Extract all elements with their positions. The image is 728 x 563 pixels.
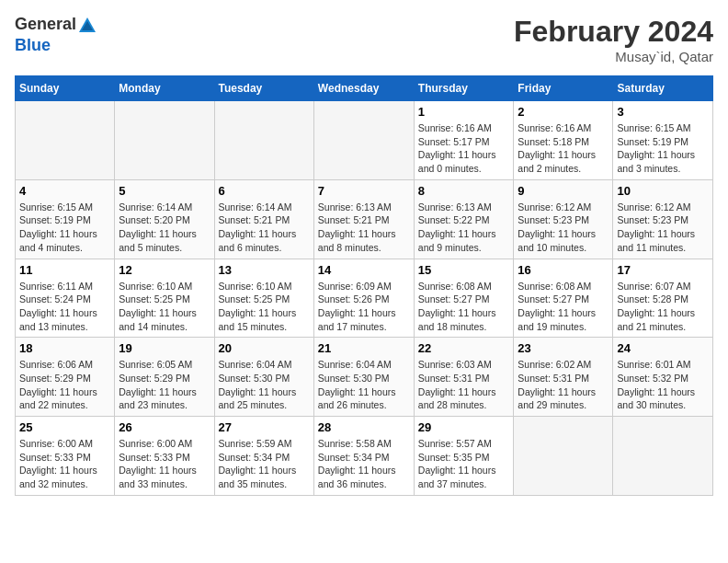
calendar-cell: 13Sunrise: 6:10 AMSunset: 5:25 PMDayligh… [214, 259, 313, 338]
day-info: Sunrise: 6:12 AMSunset: 5:23 PMDaylight:… [617, 201, 709, 255]
day-info: Sunrise: 6:12 AMSunset: 5:23 PMDaylight:… [518, 201, 609, 255]
day-info: Sunrise: 6:03 AMSunset: 5:31 PMDaylight:… [418, 358, 510, 412]
calendar-cell: 23Sunrise: 6:02 AMSunset: 5:31 PMDayligh… [514, 338, 613, 417]
calendar-cell: 27Sunrise: 5:59 AMSunset: 5:34 PMDayligh… [214, 417, 313, 496]
day-info: Sunrise: 6:14 AMSunset: 5:21 PMDaylight:… [219, 201, 310, 255]
page-header: General Blue February 2024 Musay`id, Qat… [15, 15, 713, 64]
day-info: Sunrise: 6:05 AMSunset: 5:29 PMDaylight:… [119, 358, 210, 412]
col-sunday: Sunday [16, 76, 115, 101]
calendar-cell: 26Sunrise: 6:00 AMSunset: 5:33 PMDayligh… [115, 417, 214, 496]
day-info: Sunrise: 5:57 AMSunset: 5:35 PMDaylight:… [418, 437, 510, 491]
day-info: Sunrise: 6:04 AMSunset: 5:30 PMDaylight:… [219, 358, 310, 412]
day-info: Sunrise: 6:10 AMSunset: 5:25 PMDaylight:… [219, 280, 310, 334]
calendar-week-5: 25Sunrise: 6:00 AMSunset: 5:33 PMDayligh… [16, 417, 713, 496]
calendar-cell: 1Sunrise: 6:16 AMSunset: 5:17 PMDaylight… [414, 101, 514, 180]
day-info: Sunrise: 5:58 AMSunset: 5:34 PMDaylight:… [318, 437, 410, 491]
calendar-cell [16, 101, 115, 180]
day-info: Sunrise: 6:16 AMSunset: 5:17 PMDaylight:… [418, 121, 510, 176]
logo: General Blue [15, 15, 98, 55]
day-number: 1 [418, 105, 510, 119]
calendar-week-4: 18Sunrise: 6:06 AMSunset: 5:29 PMDayligh… [16, 338, 713, 417]
logo-icon [77, 16, 97, 36]
day-info: Sunrise: 6:09 AMSunset: 5:26 PMDaylight:… [318, 280, 410, 334]
day-number: 9 [518, 184, 609, 198]
calendar-cell [613, 417, 713, 496]
calendar-cell: 22Sunrise: 6:03 AMSunset: 5:31 PMDayligh… [414, 338, 514, 417]
calendar-cell: 11Sunrise: 6:11 AMSunset: 5:24 PMDayligh… [16, 259, 115, 338]
calendar-cell: 24Sunrise: 6:01 AMSunset: 5:32 PMDayligh… [613, 338, 713, 417]
day-info: Sunrise: 6:15 AMSunset: 5:19 PMDaylight:… [19, 201, 110, 255]
day-info: Sunrise: 6:16 AMSunset: 5:18 PMDaylight:… [518, 121, 609, 176]
day-number: 25 [19, 420, 110, 434]
calendar-cell: 14Sunrise: 6:09 AMSunset: 5:26 PMDayligh… [313, 259, 414, 338]
day-number: 10 [617, 184, 709, 198]
calendar-cell [514, 417, 613, 496]
calendar-week-2: 4Sunrise: 6:15 AMSunset: 5:19 PMDaylight… [16, 179, 713, 259]
calendar-cell: 7Sunrise: 6:13 AMSunset: 5:21 PMDaylight… [313, 179, 414, 259]
calendar-week-1: 1Sunrise: 6:16 AMSunset: 5:17 PMDaylight… [16, 101, 713, 180]
day-number: 3 [617, 105, 709, 119]
calendar-cell: 18Sunrise: 6:06 AMSunset: 5:29 PMDayligh… [16, 338, 115, 417]
day-info: Sunrise: 6:14 AMSunset: 5:20 PMDaylight:… [119, 201, 210, 255]
calendar-cell: 25Sunrise: 6:00 AMSunset: 5:33 PMDayligh… [16, 417, 115, 496]
calendar-cell: 8Sunrise: 6:13 AMSunset: 5:22 PMDaylight… [414, 179, 514, 259]
day-info: Sunrise: 6:00 AMSunset: 5:33 PMDaylight:… [119, 437, 210, 491]
calendar-cell: 3Sunrise: 6:15 AMSunset: 5:19 PMDaylight… [613, 101, 713, 180]
day-number: 26 [119, 420, 210, 434]
day-info: Sunrise: 6:10 AMSunset: 5:25 PMDaylight:… [119, 280, 210, 334]
day-number: 18 [19, 341, 110, 355]
calendar-week-3: 11Sunrise: 6:11 AMSunset: 5:24 PMDayligh… [16, 259, 713, 338]
day-info: Sunrise: 6:02 AMSunset: 5:31 PMDaylight:… [518, 358, 609, 412]
calendar-cell [214, 101, 313, 180]
location: Musay`id, Qatar [514, 49, 713, 64]
calendar-cell: 28Sunrise: 5:58 AMSunset: 5:34 PMDayligh… [313, 417, 414, 496]
calendar-table: Sunday Monday Tuesday Wednesday Thursday… [15, 75, 713, 496]
day-number: 27 [219, 420, 310, 434]
day-number: 28 [318, 420, 410, 434]
calendar-cell: 2Sunrise: 6:16 AMSunset: 5:18 PMDaylight… [514, 101, 613, 180]
col-thursday: Thursday [414, 76, 514, 101]
col-wednesday: Wednesday [313, 76, 414, 101]
day-number: 6 [219, 184, 310, 198]
day-number: 7 [318, 184, 410, 198]
col-saturday: Saturday [613, 76, 713, 101]
day-info: Sunrise: 6:00 AMSunset: 5:33 PMDaylight:… [19, 437, 110, 491]
col-monday: Monday [115, 76, 214, 101]
calendar-cell: 29Sunrise: 5:57 AMSunset: 5:35 PMDayligh… [414, 417, 514, 496]
day-info: Sunrise: 6:13 AMSunset: 5:21 PMDaylight:… [318, 201, 410, 255]
calendar-cell: 9Sunrise: 6:12 AMSunset: 5:23 PMDaylight… [514, 179, 613, 259]
calendar-cell: 17Sunrise: 6:07 AMSunset: 5:28 PMDayligh… [613, 259, 713, 338]
calendar-cell: 12Sunrise: 6:10 AMSunset: 5:25 PMDayligh… [115, 259, 214, 338]
day-number: 13 [219, 263, 310, 277]
day-number: 8 [418, 184, 510, 198]
calendar-cell: 15Sunrise: 6:08 AMSunset: 5:27 PMDayligh… [414, 259, 514, 338]
day-info: Sunrise: 6:07 AMSunset: 5:28 PMDaylight:… [617, 280, 709, 334]
calendar-cell: 21Sunrise: 6:04 AMSunset: 5:30 PMDayligh… [313, 338, 414, 417]
day-number: 22 [418, 341, 510, 355]
month-title: February 2024 [514, 15, 713, 49]
calendar-cell [115, 101, 214, 180]
day-number: 2 [518, 105, 609, 119]
calendar-cell: 19Sunrise: 6:05 AMSunset: 5:29 PMDayligh… [115, 338, 214, 417]
day-number: 20 [219, 341, 310, 355]
day-number: 19 [119, 341, 210, 355]
calendar-cell: 10Sunrise: 6:12 AMSunset: 5:23 PMDayligh… [613, 179, 713, 259]
day-info: Sunrise: 6:08 AMSunset: 5:27 PMDaylight:… [418, 280, 510, 334]
calendar-cell: 4Sunrise: 6:15 AMSunset: 5:19 PMDaylight… [16, 179, 115, 259]
day-info: Sunrise: 6:01 AMSunset: 5:32 PMDaylight:… [617, 358, 709, 412]
day-info: Sunrise: 6:11 AMSunset: 5:24 PMDaylight:… [19, 280, 110, 334]
calendar-cell: 20Sunrise: 6:04 AMSunset: 5:30 PMDayligh… [214, 338, 313, 417]
day-number: 5 [119, 184, 210, 198]
day-number: 24 [617, 341, 709, 355]
day-number: 4 [19, 184, 110, 198]
calendar-cell: 6Sunrise: 6:14 AMSunset: 5:21 PMDaylight… [214, 179, 313, 259]
day-info: Sunrise: 6:13 AMSunset: 5:22 PMDaylight:… [418, 201, 510, 255]
day-number: 16 [518, 263, 609, 277]
day-number: 17 [617, 263, 709, 277]
logo-text: General Blue [15, 15, 98, 55]
day-info: Sunrise: 6:06 AMSunset: 5:29 PMDaylight:… [19, 358, 110, 412]
col-friday: Friday [514, 76, 613, 101]
day-info: Sunrise: 6:08 AMSunset: 5:27 PMDaylight:… [518, 280, 609, 334]
day-number: 15 [418, 263, 510, 277]
day-info: Sunrise: 5:59 AMSunset: 5:34 PMDaylight:… [219, 437, 310, 491]
